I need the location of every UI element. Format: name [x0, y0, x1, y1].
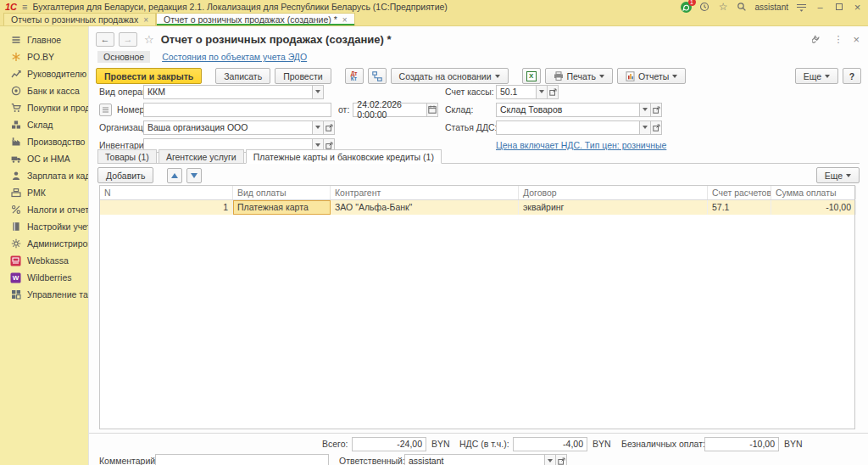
comment-label: Комментарий:: [99, 456, 158, 465]
save-button[interactable]: Записать: [215, 68, 270, 84]
responsible-open-button[interactable]: [556, 454, 567, 465]
chart-icon: [10, 69, 21, 80]
structure-of-subordination-button[interactable]: [368, 68, 387, 84]
service-menu-icon[interactable]: [796, 2, 807, 13]
more-menu-icon[interactable]: ⋮: [833, 34, 843, 45]
edo-states-link[interactable]: Состояния по объектам учета ЭДО: [162, 52, 307, 62]
table-row[interactable]: 1 Платежная карта ЗАО "Альфа-Банк" эквай…: [100, 200, 854, 215]
cell-payment-amount[interactable]: -10,00: [771, 200, 856, 215]
sidebar-item-fixed-assets[interactable]: ОС и НМА: [0, 150, 88, 167]
date-label: от:: [338, 104, 349, 115]
close-app-button[interactable]: ×: [852, 2, 863, 13]
history-button[interactable]: [699, 2, 710, 13]
move-row-up-button[interactable]: [167, 168, 182, 183]
dds-article-field[interactable]: [496, 120, 640, 135]
sidebar-item-accounting-settings[interactable]: Настройки учета: [0, 218, 88, 235]
tab-goods[interactable]: Товары (1): [97, 149, 157, 163]
set-number-button[interactable]: [99, 104, 112, 116]
sidebar-item-main[interactable]: Главное: [0, 31, 88, 48]
coin-icon: [10, 86, 21, 97]
organization-field[interactable]: Ваша организация ООО: [143, 120, 313, 135]
post-and-close-button[interactable]: Провести и закрыть: [96, 68, 202, 84]
show-postings-button[interactable]: ДтКт: [345, 68, 364, 84]
dds-article-open-button[interactable]: [651, 120, 662, 135]
responsible-dropdown-button[interactable]: [545, 454, 556, 465]
svg-text:W: W: [13, 274, 19, 282]
dds-article-dropdown-button[interactable]: [640, 120, 651, 135]
operation-kind-field[interactable]: ККМ: [143, 85, 313, 99]
cash-account-dropdown-button[interactable]: [537, 85, 548, 99]
chevron-down-icon: [495, 75, 500, 78]
help-button[interactable]: ?: [843, 68, 861, 84]
sidebar-item-taxes-reporting[interactable]: Налоги и отчетность: [0, 201, 88, 218]
notifications-button[interactable]: 1: [681, 2, 692, 13]
export-excel-button[interactable]: X: [522, 68, 541, 84]
warehouse-open-button[interactable]: [651, 103, 662, 117]
restore-icon: [836, 3, 843, 10]
date-calendar-button[interactable]: [427, 103, 438, 117]
warehouse-field[interactable]: Склад Товаров: [496, 103, 640, 117]
close-tab-icon[interactable]: ×: [342, 15, 348, 25]
col-payment-type: Вид оплаты: [233, 186, 331, 199]
organization-dropdown-button[interactable]: [313, 120, 324, 135]
cell-counterparty[interactable]: ЗАО "Альфа-Банк": [331, 200, 519, 215]
number-field[interactable]: [143, 103, 331, 117]
sidebar-item-manager[interactable]: Руководителю: [0, 65, 88, 82]
col-settlement-account: Счет расчетов: [708, 186, 771, 199]
close-document-icon[interactable]: ×: [853, 33, 860, 46]
post-button[interactable]: Провести: [275, 68, 331, 84]
sidebar-item-production[interactable]: Производство: [0, 133, 88, 150]
sidebar-item-purchases-sales[interactable]: Покупки и продажи: [0, 99, 88, 116]
sidebar-item-administration[interactable]: Администрирование: [0, 235, 88, 252]
tab-agent-services[interactable]: Агентские услуги: [159, 149, 244, 163]
cell-payment-type[interactable]: Платежная карта: [233, 200, 331, 215]
comment-field[interactable]: [155, 454, 329, 465]
operation-kind-dropdown-button[interactable]: [313, 85, 324, 99]
get-link-icon[interactable]: [812, 34, 823, 45]
tab-retail-sales-list[interactable]: Отчеты о розничных продажах ×: [3, 13, 156, 25]
cell-settlement-account[interactable]: 57.1: [708, 200, 771, 215]
minimize-button[interactable]: –: [815, 2, 826, 13]
sidebar-item-bank-cash[interactable]: Банк и касса: [0, 82, 88, 99]
restore-button[interactable]: [833, 2, 844, 13]
sidebar-item-webkassa[interactable]: Webkassa: [0, 252, 88, 269]
cell-row-number[interactable]: 1: [100, 200, 233, 215]
cell-contract[interactable]: эквайринг: [519, 200, 708, 215]
responsible-field[interactable]: assistant: [404, 454, 545, 465]
favorite-star-icon[interactable]: ☆: [144, 33, 154, 46]
vat-currency: BYN: [593, 439, 611, 449]
sidebar-item-wildberries[interactable]: W Wildberries: [0, 269, 88, 286]
sidebar-item-tariff-management[interactable]: Управление тарифом: [0, 286, 88, 303]
sidebar-item-warehouse[interactable]: Склад: [0, 116, 88, 133]
warehouse-dropdown-button[interactable]: [640, 103, 651, 117]
sidebar-item-poby[interactable]: PO.BY: [0, 48, 88, 65]
chevron-down-icon: [825, 75, 830, 78]
create-based-on-button[interactable]: Создать на основании: [391, 68, 509, 84]
cash-account-open-button[interactable]: [548, 85, 559, 99]
table-more-button[interactable]: Еще: [816, 167, 860, 183]
close-tab-icon[interactable]: ×: [143, 15, 148, 25]
move-row-down-button[interactable]: [186, 168, 202, 183]
add-row-button[interactable]: Добавить: [97, 167, 153, 183]
nav-tab-main[interactable]: Основное: [97, 51, 150, 63]
print-button[interactable]: Печать: [545, 68, 613, 84]
sidebar-item-salary-hr[interactable]: Зарплата и кадры: [0, 167, 88, 184]
reports-button[interactable]: Отчеты: [617, 68, 686, 84]
cash-account-field[interactable]: 50.1: [496, 85, 537, 99]
col-n: N: [100, 186, 233, 199]
main-menu-icon[interactable]: ≡: [22, 2, 27, 12]
date-field[interactable]: 24.02.2026 0:00:00: [353, 103, 427, 117]
organization-open-button[interactable]: [324, 120, 335, 135]
search-button[interactable]: [737, 2, 748, 13]
boxes-icon: [10, 120, 21, 131]
favorites-button[interactable]: ☆: [718, 2, 729, 13]
sidebar-item-rmk[interactable]: РМК: [0, 184, 88, 201]
dtkt-icon: ДтКт: [351, 71, 358, 81]
more-button[interactable]: Еще: [795, 68, 838, 84]
tab-retail-sales-document[interactable]: Отчет о розничных продажах (создание) * …: [156, 13, 355, 25]
application-window: 1С ≡ Бухгалтерия для Беларуси, редакция …: [0, 0, 868, 465]
tab-payment-cards[interactable]: Платежные карты и банковские кредиты (1): [246, 149, 442, 164]
current-user[interactable]: assistant: [755, 3, 788, 12]
forward-button[interactable]: →: [119, 32, 137, 47]
back-button[interactable]: ←: [96, 32, 114, 47]
